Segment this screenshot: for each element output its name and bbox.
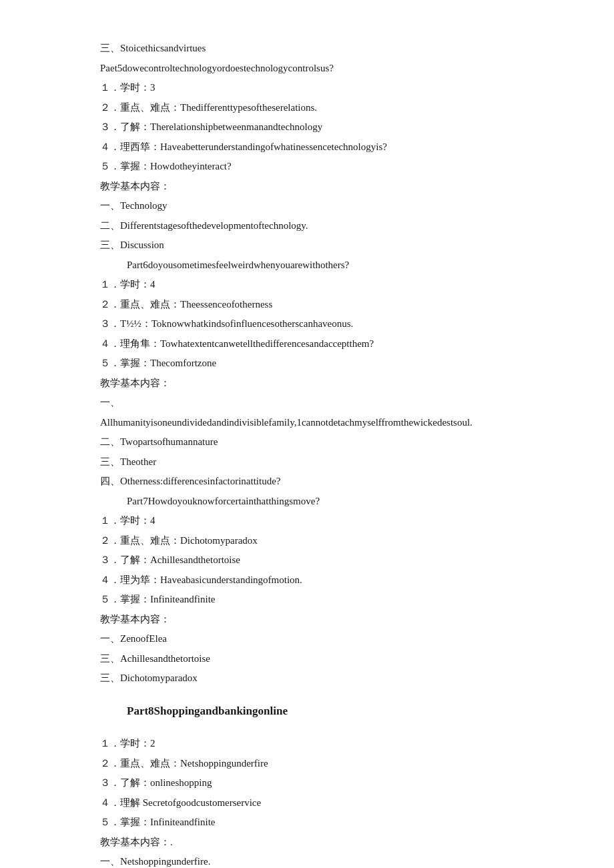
content-line-30: 一、ZenoofElea: [100, 630, 514, 648]
content-line-4: ３．了解：Therelationshipbetweenmanandtechnol…: [100, 119, 514, 136]
line-text-26: ３．了解：Achillesandthetortoise: [100, 552, 514, 569]
content-line-31: 三、Achillesandthetortoise: [100, 650, 514, 668]
content-line-28: ５．掌握：Infiniteandfinite: [100, 591, 514, 608]
line-text-2: １．学时：3: [100, 79, 514, 97]
content-line-13: ２．重点、难点：Theessenceofotherness: [100, 296, 514, 314]
content-line-0: 三、Stoicethicsandvirtues: [100, 40, 514, 57]
line-text-1: Paet5dowecontroltechnologyordoestechnolo…: [100, 60, 514, 77]
line-text-29: 教学基本内容：: [100, 611, 514, 628]
content-line-16: ５．掌握：Thecomfortzone: [100, 355, 514, 372]
line-text-8: 一、Technology: [100, 197, 514, 215]
content-line-17: 教学基本内容：: [100, 375, 514, 392]
line-text-31: 三、Achillesandthetortoise: [100, 650, 514, 668]
line-text-7: 教学基本内容：: [100, 178, 514, 195]
line-text-10: 三、Discussion: [100, 237, 514, 254]
content-line-22: 四、Otherness:differencesinfactorinattitud…: [100, 473, 514, 490]
line-text-16: ５．掌握：Thecomfortzone: [100, 355, 514, 372]
content-line-39: ４．理解 Secretofgoodcustomerservice: [100, 795, 514, 812]
line-text-14: ３．T½½：Toknowwhatkindsofinfluencesothersc…: [100, 316, 514, 333]
line-text-41: 教学基本内容：.: [100, 834, 514, 851]
content-line-14: ３．T½½：Toknowwhatkindsofinfluencesothersc…: [100, 316, 514, 333]
content-line-41: 教学基本内容：.: [100, 834, 514, 851]
content-line-10: 三、Discussion: [100, 237, 514, 254]
line-text-24: １．学时：4: [100, 512, 514, 530]
content-line-2: １．学时：3: [100, 79, 514, 97]
line-text-11: Part6doyousometimesfeelweirdwhenyouarewi…: [127, 257, 514, 274]
line-text-40: ５．掌握：Infiniteandfinite: [100, 814, 514, 831]
content-line-6: ５．掌握：Howdotheyinteract?: [100, 158, 514, 175]
line-text-6: ５．掌握：Howdotheyinteract?: [100, 158, 514, 175]
line-text-32: 三、Dichotomyparadox: [100, 670, 514, 687]
content-line-24: １．学时：4: [100, 512, 514, 530]
content-line-18: 一、: [100, 394, 514, 412]
content-line-21: 三、Theother: [100, 454, 514, 471]
line-text-22: 四、Otherness:differencesinfactorinattitud…: [100, 473, 514, 490]
line-text-42: 一、Netshoppingunderfire.: [100, 853, 514, 868]
content-line-19: Allhumanityisoneundividedandindivisiblef…: [100, 414, 514, 432]
line-text-36: １．学时：2: [100, 735, 514, 753]
content-line-32: 三、Dichotomyparadox: [100, 670, 514, 687]
line-text-23: Part7Howdoyouknowforcertainthatthingsmov…: [127, 493, 514, 510]
document-body: 三、StoicethicsandvirtuesPaet5dowecontrolt…: [100, 40, 514, 868]
line-text-9: 二、Differentstagesofthedevelopmentoftechn…: [100, 218, 514, 235]
line-text-5: ４．理西筚：Haveabetterunderstandingofwhatines…: [100, 139, 514, 156]
line-text-15: ４．理角隼：Towhatextentcanwetellthedifference…: [100, 336, 514, 353]
line-text-0: 三、Stoicethicsandvirtues: [100, 40, 514, 57]
line-text-18: 一、: [100, 394, 514, 412]
content-line-5: ４．理西筚：Haveabetterunderstandingofwhatines…: [100, 139, 514, 156]
line-text-13: ２．重点、难点：Theessenceofotherness: [100, 296, 514, 314]
content-line-12: １．学时：4: [100, 276, 514, 294]
line-text-39: ４．理解 Secretofgoodcustomerservice: [100, 795, 514, 812]
content-line-36: １．学时：2: [100, 735, 514, 753]
content-line-9: 二、Differentstagesofthedevelopmentoftechn…: [100, 218, 514, 235]
content-line-11: Part6doyousometimesfeelweirdwhenyouarewi…: [100, 257, 514, 274]
line-text-12: １．学时：4: [100, 276, 514, 294]
content-line-15: ４．理角隼：Towhatextentcanwetellthedifference…: [100, 336, 514, 353]
line-text-38: ３．了解：onlineshopping: [100, 775, 514, 792]
line-text-28: ５．掌握：Infiniteandfinite: [100, 591, 514, 608]
spacer-33: [100, 690, 514, 702]
line-text-17: 教学基本内容：: [100, 375, 514, 392]
content-line-34: Part8Shoppingandbankingonline: [100, 702, 514, 721]
content-line-37: ２．重点、难点：Netshoppingunderfire: [100, 755, 514, 773]
content-line-20: 二、Twopartsofhumannature: [100, 434, 514, 451]
content-line-25: ２．重点、难点：Dichotomyparadox: [100, 532, 514, 550]
content-line-8: 一、Technology: [100, 197, 514, 215]
content-line-3: ２．重点、难点：Thedifferenttypesoftheserelation…: [100, 99, 514, 117]
line-text-3: ２．重点、难点：Thedifferenttypesoftheserelation…: [100, 99, 514, 117]
line-text-19: Allhumanityisoneundividedandindivisiblef…: [100, 414, 514, 432]
content-line-38: ３．了解：onlineshopping: [100, 775, 514, 792]
content-line-1: Paet5dowecontroltechnologyordoestechnolo…: [100, 60, 514, 77]
content-line-40: ５．掌握：Infiniteandfinite: [100, 814, 514, 831]
line-text-37: ２．重点、难点：Netshoppingunderfire: [100, 755, 514, 773]
spacer-35: [100, 723, 514, 735]
line-text-20: 二、Twopartsofhumannature: [100, 434, 514, 451]
content-line-26: ３．了解：Achillesandthetortoise: [100, 552, 514, 569]
line-text-21: 三、Theother: [100, 454, 514, 471]
line-text-34: Part8Shoppingandbankingonline: [127, 702, 514, 721]
content-line-42: 一、Netshoppingunderfire.: [100, 853, 514, 868]
line-text-25: ２．重点、难点：Dichotomyparadox: [100, 532, 514, 550]
content-line-27: ４．理为筚：Haveabasicunderstandingofmotion.: [100, 572, 514, 589]
content-line-29: 教学基本内容：: [100, 611, 514, 628]
line-text-4: ３．了解：Therelationshipbetweenmanandtechnol…: [100, 119, 514, 136]
content-line-23: Part7Howdoyouknowforcertainthatthingsmov…: [100, 493, 514, 510]
line-text-30: 一、ZenoofElea: [100, 630, 514, 648]
content-line-7: 教学基本内容：: [100, 178, 514, 195]
line-text-27: ４．理为筚：Haveabasicunderstandingofmotion.: [100, 572, 514, 589]
